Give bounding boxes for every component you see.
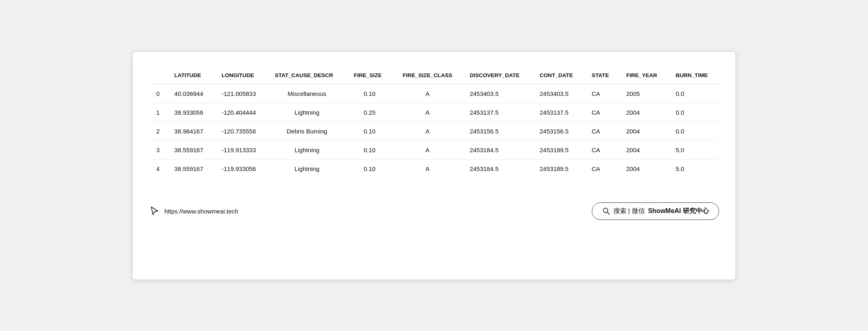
table-cell: CA bbox=[584, 122, 619, 140]
table-cell: 2004 bbox=[619, 103, 668, 122]
col-header-state: STATE bbox=[584, 68, 619, 84]
table-cell: 0.0 bbox=[668, 122, 719, 140]
table-row: 338.559167-119.913333Lightning0.10A24531… bbox=[149, 140, 719, 159]
table-cell: 2453137.5 bbox=[462, 103, 532, 122]
table-cell: -120.735556 bbox=[214, 122, 267, 140]
col-header-stat-cause: STAT_CAUSE_DESCR bbox=[268, 68, 347, 84]
table-cell: 0 bbox=[149, 84, 167, 103]
col-header-index bbox=[149, 68, 167, 84]
table-cell: 1 bbox=[149, 103, 167, 122]
table-cell: A bbox=[393, 103, 463, 122]
table-cell: 2 bbox=[149, 122, 167, 140]
table-cell: Lightning bbox=[268, 159, 347, 178]
col-header-fire-size: FIRE_SIZE bbox=[347, 68, 393, 84]
table-cell: 0.25 bbox=[347, 103, 393, 122]
col-header-longitude: LONGITUDE bbox=[214, 68, 267, 84]
table-cell: A bbox=[393, 122, 463, 140]
table-cell: 0.0 bbox=[668, 103, 719, 122]
table-cell: A bbox=[393, 84, 463, 103]
table-cell: 38.933056 bbox=[167, 103, 214, 122]
table-cell: Miscellaneous bbox=[268, 84, 347, 103]
table-cell: CA bbox=[584, 140, 619, 159]
cursor-icon bbox=[149, 205, 160, 217]
col-header-cont-date: CONT_DATE bbox=[532, 68, 584, 84]
table-cell: Debris Burning bbox=[268, 122, 347, 140]
table-cell: 0.0 bbox=[668, 84, 719, 103]
data-table: LATITUDE LONGITUDE STAT_CAUSE_DESCR FIRE… bbox=[149, 68, 719, 178]
search-box[interactable]: 搜索 | 微信 ShowMeAI 研究中心 bbox=[592, 202, 719, 220]
table-cell: CA bbox=[584, 84, 619, 103]
table-cell: 0.10 bbox=[347, 122, 393, 140]
table-row: 438.559167-119.933056Lightning0.10A24531… bbox=[149, 159, 719, 178]
search-brand: ShowMeAI 研究中心 bbox=[648, 207, 709, 215]
table-cell: 2453403.5 bbox=[462, 84, 532, 103]
table-cell: 4 bbox=[149, 159, 167, 178]
table-row: 238.984167-120.735556Debris Burning0.10A… bbox=[149, 122, 719, 140]
search-text: 搜索 | 微信 bbox=[613, 207, 645, 215]
col-header-burn-time: BURN_TIME bbox=[668, 68, 719, 84]
table-cell: A bbox=[393, 159, 463, 178]
table-cell: 2004 bbox=[619, 159, 668, 178]
table-cell: Lightning bbox=[268, 140, 347, 159]
table-row: 138.933056-120.404444Lightning0.25A24531… bbox=[149, 103, 719, 122]
table-cell: Lightning bbox=[268, 103, 347, 122]
table-cell: A bbox=[393, 140, 463, 159]
table-cell: 2453184.5 bbox=[462, 140, 532, 159]
table-cell: 2004 bbox=[619, 122, 668, 140]
table-cell: 3 bbox=[149, 140, 167, 159]
table-cell: 40.036944 bbox=[167, 84, 214, 103]
svg-point-0 bbox=[603, 208, 608, 213]
table-cell: 2453156.5 bbox=[532, 122, 584, 140]
table-cell: CA bbox=[584, 103, 619, 122]
table-cell: -119.913333 bbox=[214, 140, 267, 159]
col-header-discovery-date: DISCOVERY_DATE bbox=[462, 68, 532, 84]
table-cell: 38.984167 bbox=[167, 122, 214, 140]
main-window: LATITUDE LONGITUDE STAT_CAUSE_DESCR FIRE… bbox=[132, 51, 736, 280]
table-cell: 2005 bbox=[619, 84, 668, 103]
col-header-fire-size-class: FIRE_SIZE_CLASS bbox=[393, 68, 463, 84]
col-header-latitude: LATITUDE bbox=[167, 68, 214, 84]
svg-line-1 bbox=[607, 212, 609, 214]
table-header-row: LATITUDE LONGITUDE STAT_CAUSE_DESCR FIRE… bbox=[149, 68, 719, 84]
table-cell: 5.0 bbox=[668, 159, 719, 178]
search-icon bbox=[602, 207, 610, 215]
table-cell: 0.10 bbox=[347, 159, 393, 178]
table-cell: CA bbox=[584, 159, 619, 178]
table-cell: 2453156.5 bbox=[462, 122, 532, 140]
footer-url-text: https://www.showmeai.tech bbox=[164, 208, 238, 215]
table-cell: 2453189.5 bbox=[532, 159, 584, 178]
table-cell: -120.404444 bbox=[214, 103, 267, 122]
table-cell: 2453403.5 bbox=[532, 84, 584, 103]
table-cell: -121.005833 bbox=[214, 84, 267, 103]
table-cell: -119.933056 bbox=[214, 159, 267, 178]
table-cell: 2004 bbox=[619, 140, 668, 159]
table-cell: 2453189.5 bbox=[532, 140, 584, 159]
table-cell: 38.559167 bbox=[167, 159, 214, 178]
table-cell: 0.10 bbox=[347, 84, 393, 103]
footer-url-section: https://www.showmeai.tech bbox=[149, 205, 238, 217]
table-cell: 2453184.5 bbox=[462, 159, 532, 178]
table-cell: 38.559167 bbox=[167, 140, 214, 159]
table-cell: 5.0 bbox=[668, 140, 719, 159]
table-row: 040.036944-121.005833Miscellaneous0.10A2… bbox=[149, 84, 719, 103]
table-cell: 0.10 bbox=[347, 140, 393, 159]
footer: https://www.showmeai.tech 搜索 | 微信 ShowMe… bbox=[149, 202, 719, 220]
table-cell: 2453137.5 bbox=[532, 103, 584, 122]
col-header-fire-year: FIRE_YEAR bbox=[619, 68, 668, 84]
